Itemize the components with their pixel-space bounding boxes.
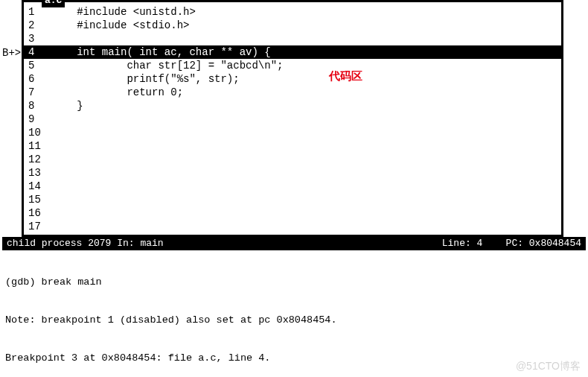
console-line: Breakpoint 3 at 0x8048454: file a.c, lin… (5, 352, 583, 364)
code-line: 3 (24, 32, 561, 45)
annotation-code-area: 代码区 (329, 69, 362, 83)
code-line: 10 (24, 126, 561, 139)
code-line: 12 (24, 153, 561, 166)
code-line: 14 (24, 180, 561, 193)
source-code-pane: a.c 1 #include <unistd.h> 2 #include <st… (22, 0, 563, 237)
code-line: 8 } (24, 99, 561, 113)
code-line: 16 (24, 206, 561, 220)
code-line-current: 4 int main( int ac, char ** av) { (24, 45, 561, 59)
status-bar: child process 2079 In: main Line: 4 PC: … (2, 237, 586, 250)
breakpoint-marker: B+> (2, 46, 21, 60)
code-line: 7 return 0; (24, 86, 561, 99)
console-line: (gdb) break main (5, 276, 583, 288)
code-line: 15 (24, 193, 561, 206)
watermark: @51CTO博客 (516, 359, 581, 373)
code-line: 6 printf("%s", str); (24, 72, 561, 86)
code-line: 1 #include <unistd.h> (24, 5, 561, 19)
status-position: Line: 4 PC: 0x8048454 (442, 237, 581, 250)
code-line: 5 char str[12] = "acbcd\n"; (24, 59, 561, 72)
gdb-console[interactable]: (gdb) break main Note: breakpoint 1 (dis… (2, 250, 586, 377)
code-line: 13 (24, 166, 561, 180)
source-filename: a.c (42, 0, 65, 7)
code-line: 17 (24, 220, 561, 233)
console-line: Note: breakpoint 1 (disabled) also set a… (5, 314, 583, 326)
code-line: 2 #include <stdio.h> (24, 19, 561, 32)
code-line: 11 (24, 139, 561, 153)
code-area[interactable]: 1 #include <unistd.h> 2 #include <stdio.… (24, 2, 561, 235)
status-process: child process 2079 In: main (7, 237, 442, 250)
code-line: 9 (24, 113, 561, 126)
